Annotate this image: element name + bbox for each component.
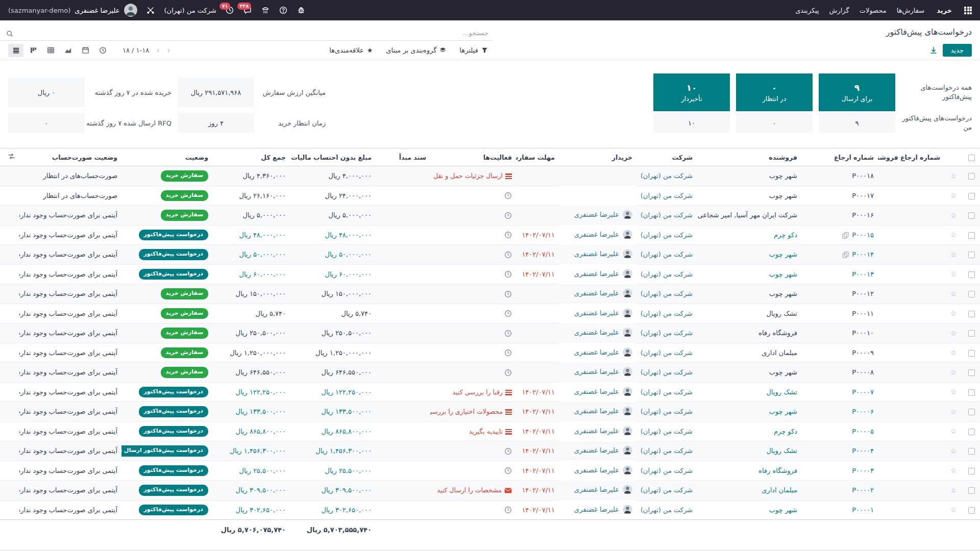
row-checkbox[interactable] xyxy=(963,441,980,461)
view-kanban-icon[interactable] xyxy=(26,44,41,57)
row-favorite-star-icon[interactable]: ☆ xyxy=(944,323,963,343)
row-checkbox[interactable] xyxy=(963,382,980,402)
row-favorite-star-icon[interactable]: ☆ xyxy=(944,264,963,284)
row-checkbox[interactable] xyxy=(963,481,980,500)
row-checkbox[interactable] xyxy=(963,343,980,363)
activities-clock-icon[interactable]: ۷۱ xyxy=(226,6,234,15)
table-row[interactable]: ☆ P۰۰۰۱۵ دکو چرم شرکت من (تهران) علیرضا … xyxy=(0,225,980,245)
activity-cell[interactable]: ارسال جزئیات حمل و نقل xyxy=(430,166,516,186)
kpi-my-to-send[interactable]: ۹ xyxy=(819,113,895,133)
table-row[interactable]: ☆ P۰۰۰۱۳ شهر چوب شرکت من (تهران) علیرضا … xyxy=(0,264,980,284)
messages-icon[interactable]: ۴۲۸ xyxy=(243,6,252,15)
activity-cell[interactable] xyxy=(430,206,516,226)
header-activities[interactable]: فعالیت‌ها xyxy=(430,148,516,166)
menu-purchase[interactable]: خرید xyxy=(929,7,957,14)
company-switcher[interactable]: شرکت من (تهران) xyxy=(164,7,216,14)
filters-button[interactable]: فیلترها xyxy=(459,46,487,54)
header-reference[interactable]: شماره ارجاع xyxy=(801,148,878,166)
row-favorite-star-icon[interactable]: ☆ xyxy=(944,225,963,245)
table-row[interactable]: ☆ P۰۰۰۰۶ شهر چوب شرکت من (تهران) علیرضا … xyxy=(0,402,980,422)
row-favorite-star-icon[interactable]: ☆ xyxy=(944,284,963,304)
activity-cell[interactable]: رقبا را بررسی کنید xyxy=(430,382,516,402)
user-menu[interactable]: علیرضا غضنفری (sazmanyar-demo) xyxy=(8,4,137,17)
row-checkbox[interactable] xyxy=(963,166,980,186)
row-checkbox[interactable] xyxy=(963,363,980,383)
table-row[interactable]: ☆ P۰۰۰۰۳ فروشگاه رفاه شرکت من (تهران) عل… xyxy=(0,461,980,481)
header-vendor[interactable]: فروشنده xyxy=(697,148,801,166)
activity-cell[interactable] xyxy=(430,441,516,461)
row-checkbox[interactable] xyxy=(963,304,980,323)
group-by-button[interactable]: گروه‌بندی بر مبنای xyxy=(386,46,446,54)
row-favorite-star-icon[interactable]: ☆ xyxy=(944,304,963,323)
table-row[interactable]: ☆ P۰۰۰۱۴ شهر چوب شرکت من (تهران) علیرضا … xyxy=(0,245,980,265)
activity-cell[interactable] xyxy=(430,500,516,520)
view-calendar-icon[interactable] xyxy=(78,44,93,57)
row-favorite-star-icon[interactable]: ☆ xyxy=(944,402,963,422)
row-checkbox[interactable] xyxy=(963,284,980,304)
search-input[interactable] xyxy=(0,26,493,41)
duplicate-icon[interactable] xyxy=(842,232,849,239)
activity-cell[interactable]: تاییدیه بگیرید xyxy=(430,421,516,441)
row-favorite-star-icon[interactable]: ☆ xyxy=(944,343,963,363)
header-buyer[interactable]: خریدار xyxy=(559,148,636,166)
row-checkbox[interactable] xyxy=(963,245,980,265)
activity-cell[interactable] xyxy=(430,186,516,206)
row-favorite-star-icon[interactable]: ☆ xyxy=(944,166,963,186)
select-all-checkbox[interactable] xyxy=(963,148,980,166)
activity-cell[interactable] xyxy=(430,225,516,245)
kpi-card-to-send[interactable]: ۹ برای ارسال xyxy=(819,73,895,111)
row-favorite-star-icon[interactable]: ☆ xyxy=(944,421,963,441)
header-vendor-reference[interactable]: شماره ارجاع فروشنده xyxy=(878,148,944,166)
table-row[interactable]: ☆ P۰۰۰۱۰ فروشگاه رفاه شرکت من (تهران) عل… xyxy=(0,323,980,343)
row-checkbox[interactable] xyxy=(963,421,980,441)
view-graph-icon[interactable] xyxy=(60,44,76,57)
row-checkbox[interactable] xyxy=(963,500,980,520)
activity-cell[interactable]: مشخصات را ارسال کنید xyxy=(430,481,516,500)
optional-columns-icon[interactable] xyxy=(0,148,19,166)
table-row[interactable]: ☆ P۰۰۰۰۹ مبلمان اداری شرکت من (تهران) عل… xyxy=(0,343,980,363)
kpi-row-label-my[interactable]: درخواست‌های پیش‌فاکتور من xyxy=(901,113,972,133)
table-row[interactable]: ☆ P۰۰۰۱۲ شهر چوب شرکت من (تهران) علیرضا … xyxy=(0,284,980,304)
row-checkbox[interactable] xyxy=(963,402,980,422)
header-source-document[interactable]: سند مبدأ xyxy=(376,148,430,166)
kpi-card-waiting[interactable]: ۰ در انتظار xyxy=(736,73,813,111)
table-row[interactable]: ☆ P۰۰۰۰۲ مبلمان اداری شرکت من (تهران) عل… xyxy=(0,481,980,500)
row-checkbox[interactable] xyxy=(963,225,980,245)
row-favorite-star-icon[interactable]: ☆ xyxy=(944,461,963,481)
menu-orders[interactable]: سفارش‌ها xyxy=(892,7,929,14)
row-checkbox[interactable] xyxy=(963,264,980,284)
row-favorite-star-icon[interactable]: ☆ xyxy=(944,481,963,500)
menu-reporting[interactable]: گزارش xyxy=(824,7,854,14)
table-row[interactable]: ☆ P۰۰۰۰۴ تشک رویال شرکت من (تهران) علیرض… xyxy=(0,441,980,461)
header-total[interactable]: جمع کل xyxy=(212,148,290,166)
header-deadline[interactable]: مهلت سفارش xyxy=(516,148,559,166)
favorites-button[interactable]: ★ علاقه‌مندی‌ها xyxy=(329,46,373,54)
duplicate-icon[interactable] xyxy=(842,252,849,258)
row-favorite-star-icon[interactable]: ☆ xyxy=(944,382,963,402)
table-row[interactable]: ☆ P۰۰۰۰۸ شهر چوب شرکت من (تهران) علیرضا … xyxy=(0,363,980,383)
activity-cell[interactable] xyxy=(430,245,516,265)
activity-cell[interactable] xyxy=(430,363,516,383)
row-favorite-star-icon[interactable]: ☆ xyxy=(944,206,963,226)
kpi-card-late[interactable]: ۱۰ تأخیردار xyxy=(653,73,730,111)
phone-dialer-icon[interactable] xyxy=(261,6,270,15)
view-pivot-icon[interactable] xyxy=(43,44,58,57)
header-untaxed-amount[interactable]: مبلغ بدون احتساب مالیات xyxy=(290,148,376,166)
table-row[interactable]: ☆ P۰۰۰۰۱ شهر چوب شرکت من (تهران) علیرضا … xyxy=(0,500,980,520)
activity-cell[interactable] xyxy=(430,343,516,363)
support-tools-icon[interactable] xyxy=(146,6,155,15)
header-billing-status[interactable]: وضعیت صورت‌حساب xyxy=(19,148,121,166)
apps-grid-icon[interactable] xyxy=(964,7,972,14)
table-row[interactable]: ☆ P۰۰۰۱۱ تشک رویال شرکت من (تهران) علیرض… xyxy=(0,304,980,323)
pager-previous-icon[interactable]: ‹ xyxy=(167,46,170,55)
row-favorite-star-icon[interactable]: ☆ xyxy=(944,500,963,520)
row-checkbox[interactable] xyxy=(963,461,980,481)
debug-bug-icon[interactable] xyxy=(297,6,306,15)
new-button[interactable]: جدید xyxy=(943,44,972,57)
pager-next-icon[interactable]: › xyxy=(156,46,160,55)
row-checkbox[interactable] xyxy=(963,206,980,226)
table-row[interactable]: ☆ P۰۰۰۰۷ تشک رویال شرکت من (تهران) علیرض… xyxy=(0,382,980,402)
menu-configuration[interactable]: پیکربندی xyxy=(790,7,824,14)
activity-cell[interactable]: محصولات اختیاری را بررسی کنید xyxy=(430,402,516,422)
view-activity-icon[interactable] xyxy=(95,44,110,57)
